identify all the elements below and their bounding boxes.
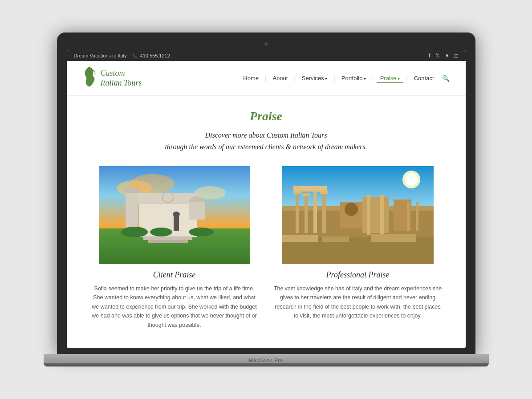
svg-rect-25 — [305, 195, 308, 233]
client-praise-title: Client Praise — [89, 270, 260, 280]
nav-sep-2: | — [293, 75, 296, 81]
screen: Dream Vacations to Italy 📞 410.555.1212 … — [67, 50, 466, 347]
logo-custom: Custom — [101, 69, 142, 78]
svg-rect-38 — [416, 202, 418, 231]
professional-praise-title: Professional Praise — [272, 270, 443, 280]
screen-bezel: Dream Vacations to Italy 📞 410.555.1212 … — [57, 33, 475, 354]
nav-about[interactable]: About — [269, 73, 291, 83]
nav-services[interactable]: Services — [298, 73, 331, 83]
svg-rect-8 — [126, 191, 138, 231]
pinterest-icon[interactable]: ♥ — [445, 53, 448, 59]
page-title: Praise — [89, 109, 443, 123]
svg-rect-44 — [371, 234, 416, 242]
svg-rect-17 — [143, 236, 192, 240]
nav-sep-3: | — [333, 75, 336, 81]
top-bar-left: Dream Vacations to Italy 📞 410.555.1212 — [74, 53, 170, 59]
professional-praise-card: Professional Praise The vast knowledge s… — [272, 166, 443, 330]
svg-rect-40 — [345, 203, 358, 216]
macbook-label: MacBook Pro — [249, 358, 283, 363]
facebook-icon[interactable]: f — [429, 53, 430, 59]
cards-grid: Client Praise Sofia seemed to make her p… — [89, 166, 443, 330]
italy-map-icon — [80, 66, 98, 90]
svg-rect-15 — [174, 215, 179, 231]
page-subtitle: Discover more about Custom Italian Tours… — [89, 130, 443, 152]
svg-rect-9 — [125, 188, 139, 193]
client-praise-card: Client Praise Sofia seemed to make her p… — [89, 166, 260, 330]
client-praise-text: Sofia seemed to make her priority to giv… — [89, 284, 260, 330]
top-bar: Dream Vacations to Italy 📞 410.555.1212 … — [67, 50, 466, 61]
phone-text: 📞 410.555.1212 — [132, 53, 170, 59]
logo-text: Custom Italian Tours — [101, 69, 142, 88]
nav-sep-4: | — [371, 75, 374, 81]
svg-rect-42 — [282, 235, 318, 242]
svg-rect-37 — [407, 202, 410, 231]
instagram-icon[interactable]: ◻ — [454, 53, 459, 59]
main-nav: Home | About | Services | Portfolio | Pr… — [240, 73, 452, 84]
logo[interactable]: Custom Italian Tours — [80, 66, 142, 90]
main-content: Praise Discover more about Custom Italia… — [67, 96, 466, 347]
svg-rect-32 — [293, 186, 327, 191]
twitter-icon[interactable]: 𝕏 — [435, 53, 440, 59]
subtitle-line1: Discover more about Custom Italian Tours — [205, 131, 327, 139]
professional-praise-text: The vast knowledge she has of Italy and … — [272, 284, 443, 321]
brand-text: Dream Vacations to Italy — [74, 53, 127, 58]
professional-praise-image — [272, 166, 443, 264]
svg-rect-24 — [296, 193, 299, 233]
nav-praise[interactable]: Praise — [377, 73, 404, 83]
svg-point-21 — [405, 173, 418, 186]
svg-rect-43 — [322, 236, 349, 242]
client-praise-image — [89, 166, 260, 264]
camera — [264, 42, 268, 46]
svg-point-12 — [121, 227, 148, 237]
logo-italian-tours: Italian Tours — [101, 78, 142, 88]
subtitle-line2: through the words of our esteemed client… — [165, 143, 367, 151]
laptop-base: MacBook Pro — [44, 354, 489, 366]
svg-rect-35 — [380, 195, 384, 235]
nav-portfolio[interactable]: Portfolio — [338, 73, 370, 83]
nav-contact[interactable]: Contact — [410, 73, 438, 83]
svg-point-14 — [189, 228, 214, 236]
svg-point-13 — [150, 228, 172, 236]
svg-point-16 — [173, 212, 180, 217]
phone-icon: 📞 — [132, 53, 138, 59]
svg-rect-33 — [362, 197, 389, 233]
svg-rect-27 — [322, 193, 326, 233]
svg-rect-29 — [302, 193, 310, 196]
nav-sep-1: | — [264, 75, 267, 81]
nav-home[interactable]: Home — [240, 73, 262, 83]
svg-rect-11 — [189, 202, 205, 220]
search-icon[interactable]: 🔍 — [439, 73, 452, 84]
nav-sep-5: | — [405, 75, 408, 81]
svg-rect-18 — [148, 240, 188, 243]
laptop-container: Dream Vacations to Italy 📞 410.555.1212 … — [44, 33, 489, 366]
svg-rect-34 — [367, 195, 370, 235]
svg-rect-26 — [313, 191, 317, 233]
site-header: Custom Italian Tours Home | About | Serv… — [67, 61, 466, 96]
social-links[interactable]: f 𝕏 ♥ ◻ — [429, 53, 458, 59]
